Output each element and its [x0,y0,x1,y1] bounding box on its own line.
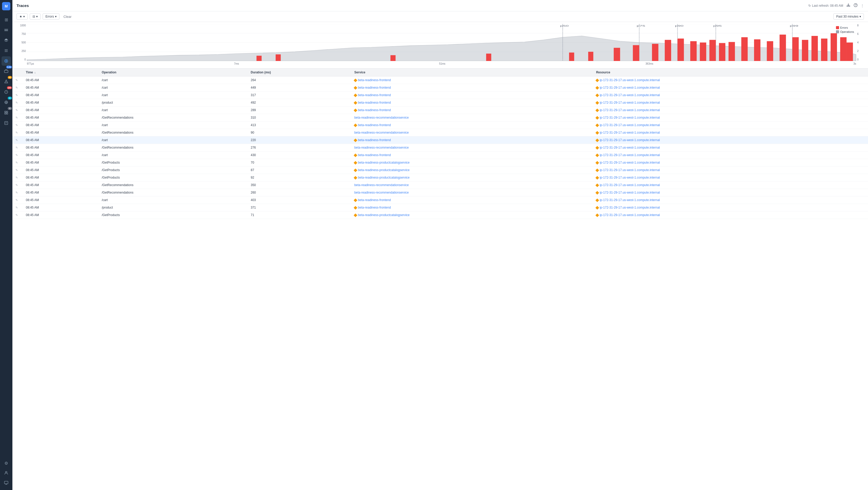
edit-icon[interactable]: ✎ [16,109,18,112]
service-link[interactable]: beta-readiness-productcatalogservice [358,161,409,164]
resource-link[interactable]: ip-172-31-29-17.us-west-1.compute.intern… [599,176,660,179]
edit-icon[interactable]: ✎ [16,198,18,202]
service-link[interactable]: beta-readiness-frontend [358,78,391,82]
service-link[interactable]: beta-readiness-frontend [358,138,391,142]
sidebar-item-list[interactable] [2,46,11,55]
resource-link[interactable]: ip-172-31-29-17.us-west-1.compute.intern… [599,93,660,97]
edit-icon[interactable]: ✎ [16,154,18,157]
service-link[interactable]: beta-readiness-productcatalogservice [358,213,409,217]
resource-link[interactable]: ip-172-31-29-17.us-west-1.compute.intern… [599,168,660,172]
col-time[interactable]: Time ↓ [23,68,99,76]
time-range-button[interactable]: Past 30 minutes ▾ [833,13,864,20]
resource-link[interactable]: ip-172-31-29-17.us-west-1.compute.intern… [599,198,660,202]
sidebar-item-layers[interactable] [2,36,11,45]
resource-link[interactable]: ip-172-31-29-17.us-west-1.compute.intern… [599,78,660,82]
help-icon[interactable]: ? [854,3,858,8]
service-link[interactable]: beta-readiness-frontend [358,123,391,127]
service-link[interactable]: beta-readiness-frontend [358,101,391,104]
col-duration[interactable]: Duration (ms) [247,68,351,76]
service-link[interactable]: beta-readiness-frontend [358,206,391,209]
sidebar-item-monitor[interactable] [2,25,11,35]
table-row[interactable]: ✎08:45 AM/product492beta-readiness-front… [12,99,868,106]
resource-link[interactable]: ip-172-31-29-17.us-west-1.compute.intern… [599,213,660,217]
resource-link[interactable]: ip-172-31-29-17.us-west-1.compute.intern… [599,183,660,187]
service-link[interactable]: beta-readiness-frontend [358,108,391,112]
resource-link[interactable]: ip-172-31-29-17.us-west-1.compute.intern… [599,146,660,149]
errors-filter-button[interactable]: Errors ▾ [43,13,59,20]
resource-link[interactable]: ip-172-31-29-17.us-west-1.compute.intern… [599,161,660,164]
app-logo[interactable]: M [2,2,10,10]
sidebar-item-settings[interactable]: ⚙ [2,458,11,468]
edit-icon[interactable]: ✎ [16,213,18,217]
edit-icon[interactable]: ✎ [16,131,18,134]
edit-icon[interactable]: ✎ [16,116,18,119]
col-service[interactable]: Service [351,68,593,76]
star-filter-button[interactable]: ★ ▾ [17,13,28,20]
service-link[interactable]: beta-readiness-recommendationservice [354,131,409,134]
resource-link[interactable]: ip-172-31-29-17.us-west-1.compute.intern… [599,86,660,89]
edit-icon[interactable]: ✎ [16,191,18,194]
edit-icon[interactable]: ✎ [16,79,18,82]
table-row[interactable]: ✎08:45 AM/cart430beta-readiness-frontend… [12,151,868,159]
resource-link[interactable]: ip-172-31-29-17.us-west-1.compute.intern… [599,206,660,209]
edit-icon[interactable]: ✎ [16,176,18,179]
table-row[interactable]: ✎08:45 AM/GetRecommendations310beta-read… [12,114,868,121]
table-row[interactable]: ✎08:45 AM/product371beta-readiness-front… [12,204,868,211]
resource-link[interactable]: ip-172-31-29-17.us-west-1.compute.intern… [599,123,660,127]
sidebar-item-user[interactable] [2,468,11,478]
edit-icon[interactable]: ✎ [16,183,18,187]
sidebar-item-badge-4[interactable]: 0 [2,98,11,107]
table-row[interactable]: ✎08:45 AM/cart264beta-readiness-frontend… [12,76,868,84]
filter-button[interactable]: ⊟ ▾ [30,13,40,20]
service-link[interactable]: beta-readiness-recommendationservice [354,146,409,149]
clear-button[interactable]: Clear [61,14,74,20]
col-resource[interactable]: Resource [593,68,868,76]
sidebar-item-desktop[interactable] [2,478,11,487]
table-row[interactable]: ✎08:45 AM/cart449beta-readiness-frontend… [12,84,868,91]
table-row[interactable]: ✎08:45 AM/GetRecommendations260beta-read… [12,189,868,196]
sidebar-item-badge-1[interactable]: 1.2k [2,67,11,76]
edit-icon[interactable]: ✎ [16,161,18,164]
table-row[interactable]: ✎08:45 AM/cart413beta-readiness-frontend… [12,121,868,129]
edit-icon[interactable]: ✎ [16,94,18,97]
table-row[interactable]: ✎08:45 AM/GetProducts92beta-readiness-pr… [12,174,868,181]
sidebar-item-badge-2[interactable]: 41 [2,77,11,86]
service-link[interactable]: beta-readiness-recommendationservice [354,191,409,194]
sidebar-item-home[interactable]: ⊞ [2,15,11,24]
more-icon[interactable]: ⋮ [861,4,864,7]
resource-link[interactable]: ip-172-31-29-17.us-west-1.compute.intern… [599,131,660,134]
resource-link[interactable]: ip-172-31-29-17.us-west-1.compute.intern… [599,116,660,119]
edit-icon[interactable]: ✎ [16,206,18,209]
table-row[interactable]: ✎08:45 AM/GetRecommendations276beta-read… [12,144,868,151]
edit-icon[interactable]: ✎ [16,139,18,142]
table-row[interactable]: ✎08:45 AM/cart220beta-readiness-frontend… [12,136,868,144]
service-link[interactable]: beta-readiness-frontend [358,153,391,157]
resource-link[interactable]: ip-172-31-29-17.us-west-1.compute.intern… [599,101,660,104]
resource-link[interactable]: ip-172-31-29-17.us-west-1.compute.intern… [599,153,660,157]
table-row[interactable]: ✎08:45 AM/GetProducts71beta-readiness-pr… [12,211,868,219]
sidebar-item-badge-5[interactable]: 0 [2,108,11,117]
edit-icon[interactable]: ✎ [16,101,18,104]
table-row[interactable]: ✎08:45 AM/GetRecommendations350beta-read… [12,181,868,189]
edit-icon[interactable]: ✎ [16,86,18,89]
service-link[interactable]: beta-readiness-frontend [358,86,391,89]
sidebar-item-badge-3[interactable]: 195 [2,87,11,97]
resource-link[interactable]: ip-172-31-29-17.us-west-1.compute.intern… [599,108,660,112]
service-link[interactable]: beta-readiness-frontend [358,198,391,202]
service-link[interactable]: beta-readiness-recommendationservice [354,116,409,119]
table-row[interactable]: ✎08:45 AM/cart317beta-readiness-frontend… [12,91,868,99]
table-row[interactable]: ✎08:45 AM/GetProducts87beta-readiness-pr… [12,166,868,174]
sidebar-item-notes[interactable] [2,118,11,128]
edit-icon[interactable]: ✎ [16,124,18,127]
edit-icon[interactable]: ✎ [16,146,18,149]
service-link[interactable]: beta-readiness-productcatalogservice [358,168,409,172]
service-link[interactable]: beta-readiness-recommendationservice [354,183,409,187]
resource-link[interactable]: ip-172-31-29-17.us-west-1.compute.intern… [599,191,660,194]
export-icon[interactable] [846,3,850,8]
sidebar-item-traces[interactable] [2,56,11,66]
table-row[interactable]: ✎08:45 AM/GetProducts70beta-readiness-pr… [12,159,868,166]
table-row[interactable]: ✎08:45 AM/GetRecommendations90beta-readi… [12,129,868,136]
resource-link[interactable]: ip-172-31-29-17.us-west-1.compute.intern… [599,138,660,142]
table-row[interactable]: ✎08:45 AM/cart403beta-readiness-frontend… [12,196,868,204]
table-row[interactable]: ✎08:45 AM/cart289beta-readiness-frontend… [12,106,868,114]
